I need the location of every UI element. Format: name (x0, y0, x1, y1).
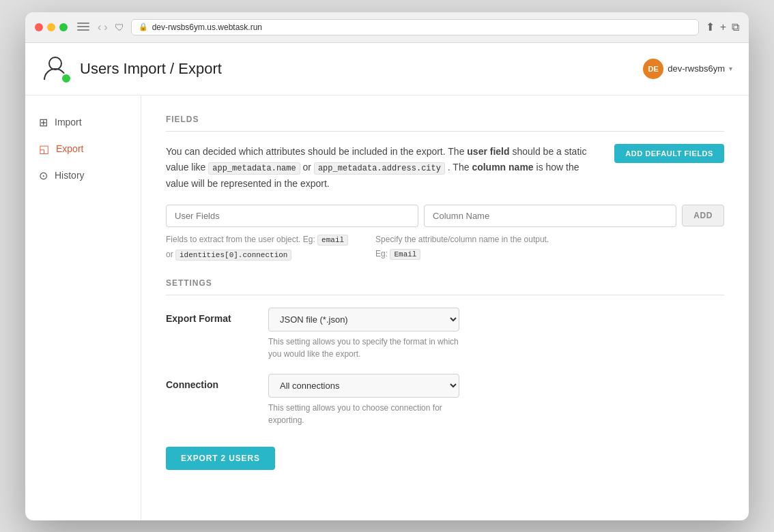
export-format-row: Export Format JSON file (*.json) CSV fil… (166, 308, 724, 360)
hint-right-text-1: Specify the attribute/column name in the… (375, 235, 549, 244)
hint-right-text-2: Eg: (375, 249, 390, 258)
hint-right: Specify the attribute/column name in the… (375, 233, 549, 263)
user-menu[interactable]: DE dev-rwsbs6ym ▾ (643, 59, 732, 79)
back-arrow-icon[interactable]: ‹ (98, 22, 101, 33)
add-field-button[interactable]: ADD (682, 205, 724, 226)
minimize-button[interactable] (47, 23, 55, 31)
avatar (42, 54, 72, 84)
address-bar[interactable]: 🔒 dev-rwsbs6ym.us.webtask.run (131, 19, 699, 35)
main-panel: FIELDS You can decided which attributes … (141, 95, 749, 520)
history-icon: ⊙ (39, 169, 48, 182)
chevron-down-icon: ▾ (729, 65, 732, 72)
settings-section-title: SETTINGS (166, 278, 724, 288)
url-text: dev-rwsbs6ym.us.webtask.run (152, 23, 262, 32)
export-format-select[interactable]: JSON file (*.json) CSV file (*.csv) (268, 308, 459, 331)
sidebar-item-export[interactable]: ◱ Export (25, 136, 141, 162)
share-icon[interactable]: ⬆ (706, 20, 715, 33)
browser-actions: ⬆ + ⧉ (706, 20, 739, 33)
add-default-fields-button[interactable]: ADD DEFAULT FIELDS (614, 144, 724, 163)
settings-section-divider (166, 295, 724, 295)
code-identities: identities[0].connection (175, 250, 291, 261)
nav-arrows: ‹ › (98, 22, 108, 33)
fullscreen-button[interactable] (59, 23, 68, 31)
app-header: Users Import / Export DE dev-rwsbs6ym ▾ (25, 43, 749, 95)
user-initials: DE (643, 59, 663, 79)
hint-left: Fields to extract from the user object. … (166, 233, 348, 263)
export-format-control: JSON file (*.json) CSV file (*.csv) This… (268, 308, 724, 360)
bold-user-field: user field (467, 146, 509, 157)
export-users-button[interactable]: EXPORT 2 USERS (166, 447, 275, 470)
code-app-metadata-city: app_metadata.address.city (314, 162, 445, 175)
sidebar-toggle-icon[interactable] (77, 23, 89, 32)
traffic-lights (35, 23, 68, 31)
connection-hint: This setting allows you to choose connec… (268, 402, 459, 426)
export-format-label: Export Format (166, 308, 255, 324)
bold-column-name: column name (472, 162, 533, 173)
status-badge (61, 73, 72, 84)
desc-text-3: or (300, 162, 314, 173)
code-email-label: Email (390, 249, 420, 260)
desc-text-1: You can decided which attributes should … (166, 146, 467, 157)
export-format-hint: This setting allows you to specify the f… (268, 336, 459, 360)
settings-section: SETTINGS Export Format JSON file (*.json… (166, 278, 724, 470)
sidebar-item-import[interactable]: ⊞ Import (25, 109, 141, 136)
fields-description: You can decided which attributes should … (166, 144, 589, 192)
app-header-left: Users Import / Export (42, 54, 222, 84)
fields-input-row: ADD (166, 205, 724, 227)
page-title: Users Import / Export (80, 60, 222, 78)
svg-point-0 (49, 57, 61, 70)
fields-description-row: You can decided which attributes should … (166, 144, 724, 205)
user-fields-input[interactable] (166, 205, 418, 227)
hint-left-text-2: or (166, 250, 175, 259)
import-icon: ⊞ (39, 116, 48, 129)
app-content: Users Import / Export DE dev-rwsbs6ym ▾ … (25, 43, 749, 520)
hint-left-text-1: Fields to extract from the user object. … (166, 235, 317, 244)
connection-label: Connection (166, 374, 255, 390)
column-name-input[interactable] (424, 205, 676, 227)
sidebar-item-history[interactable]: ⊙ History (25, 162, 141, 189)
close-button[interactable] (35, 23, 43, 31)
lock-icon: 🔒 (139, 23, 148, 31)
browser-chrome: ‹ › 🛡 🔒 dev-rwsbs6ym.us.webtask.run ⬆ + … (25, 12, 749, 43)
main-layout: ⊞ Import ◱ Export ⊙ History FIELDS (25, 95, 749, 520)
desc-text-4: . The (445, 162, 472, 173)
export-icon: ◱ (39, 143, 49, 156)
user-name: dev-rwsbs6ym (668, 63, 725, 74)
browser-window: ‹ › 🛡 🔒 dev-rwsbs6ym.us.webtask.run ⬆ + … (25, 12, 749, 520)
new-tab-icon[interactable]: + (720, 21, 726, 33)
connection-control: All connections Username-Password This s… (268, 374, 724, 426)
sidebar: ⊞ Import ◱ Export ⊙ History (25, 95, 141, 520)
shield-icon: 🛡 (115, 22, 124, 33)
sidebar-item-label: Export (56, 143, 83, 154)
fields-hint: Fields to extract from the user object. … (166, 233, 724, 263)
connection-select[interactable]: All connections Username-Password (268, 374, 459, 398)
sidebar-item-label: History (55, 170, 85, 181)
sidebar-item-label: Import (55, 117, 82, 128)
forward-arrow-icon[interactable]: › (104, 22, 107, 33)
fields-section-title: FIELDS (166, 115, 724, 124)
connection-row: Connection All connections Username-Pass… (166, 374, 724, 426)
section-divider (166, 131, 724, 132)
duplicate-tab-icon[interactable]: ⧉ (732, 21, 739, 33)
code-email: email (317, 235, 348, 246)
code-app-metadata-name: app_metadata.name (208, 162, 300, 175)
